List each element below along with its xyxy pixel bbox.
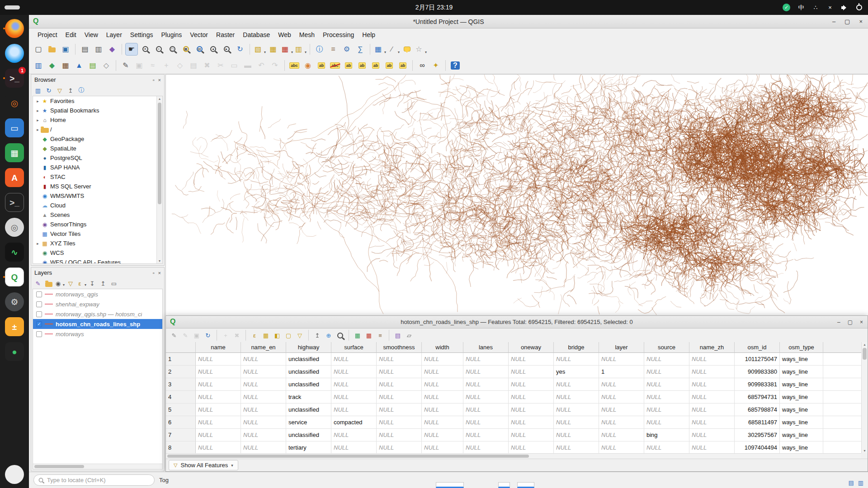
rotate-label-button[interactable]: ab	[383, 59, 396, 72]
cell-highway[interactable]: tertiary	[286, 441, 331, 453]
cell-name_en[interactable]: NULL	[241, 416, 286, 429]
collapse-all-button[interactable]: ↥	[66, 85, 75, 95]
attr-toggle-editing-button[interactable]: ✎	[169, 330, 179, 341]
locate-search-input[interactable]: Type to locate (Ctrl+K)	[33, 474, 155, 486]
cell-bridge[interactable]: NULL	[554, 391, 599, 404]
cell-osm_id[interactable]: 1097404494	[735, 441, 780, 453]
attribute-table-hscroll-thumb[interactable]	[167, 455, 529, 458]
attribute-table-hscrollbar[interactable]	[166, 453, 861, 459]
power-icon[interactable]	[855, 5, 863, 10]
cell-smoothness[interactable]: NULL	[377, 416, 422, 429]
cell-bridge[interactable]: yes	[554, 366, 599, 378]
dock-firefox-icon[interactable]	[4, 18, 25, 39]
row-number-cell[interactable]: 3	[166, 378, 196, 391]
map-tips-button[interactable]	[401, 43, 413, 56]
column-header-rownum[interactable]	[166, 342, 196, 353]
cell-name_en[interactable]: NULL	[241, 378, 286, 391]
dock-messaging-app-icon[interactable]	[4, 42, 25, 64]
save-project-button[interactable]: ▣	[59, 43, 72, 56]
cell-surface[interactable]: NULL	[331, 391, 377, 404]
scroll-up-icon[interactable]: ▴	[862, 343, 868, 347]
cell-width[interactable]: NULL	[422, 366, 463, 378]
cell-name_en[interactable]: NULL	[241, 441, 286, 453]
window-minimize-button[interactable]: –	[832, 18, 835, 25]
cell-width[interactable]: NULL	[422, 378, 463, 391]
datasource-manager-button[interactable]: ▥	[32, 59, 45, 72]
cell-oneway[interactable]: NULL	[509, 404, 554, 416]
float-browser-panel-button[interactable]: ▫	[153, 77, 155, 83]
cell-lanes[interactable]: NULL	[463, 353, 509, 366]
pan-map-button[interactable]: ☛	[125, 43, 138, 56]
table-row[interactable]: 1NULLNULLunclassifiedNULLNULLNULLNULLNUL…	[166, 353, 861, 366]
refresh-browser-button[interactable]: ↻	[44, 85, 54, 95]
quickmap-services-button[interactable]: ✦	[429, 59, 442, 72]
browser-item-spatialite[interactable]: ◆SpatiaLite	[33, 144, 162, 153]
select-features-button[interactable]: ▧	[253, 43, 266, 56]
menu-settings[interactable]: Settings	[126, 30, 157, 40]
cell-surface[interactable]: NULL	[331, 366, 377, 378]
cell-osm_id[interactable]: 1011275047	[735, 353, 780, 366]
attribute-table-vscrollbar[interactable]: ▴ ▾	[861, 342, 868, 453]
browser-item-home[interactable]: ▸⌂Home	[33, 115, 162, 125]
cell-oneway[interactable]: NULL	[509, 416, 554, 429]
cell-layer[interactable]: NULL	[599, 404, 644, 416]
row-number-cell[interactable]: 7	[166, 429, 196, 441]
cell-osm_id[interactable]: 685811497	[735, 416, 780, 429]
browser-item-ms-sql-server[interactable]: ▮MS SQL Server	[33, 182, 162, 191]
menu-plugins[interactable]: Plugins	[157, 30, 186, 40]
network-share-icon[interactable]: ∴	[812, 4, 819, 11]
cell-source[interactable]: NULL	[644, 441, 689, 453]
cell-width[interactable]: NULL	[422, 416, 463, 429]
cut-features-button[interactable]: ✂	[214, 59, 227, 72]
cell-osm_id[interactable]: 685794731	[735, 391, 780, 404]
table-row[interactable]: 2NULLNULLunclassifiedNULLNULLNULLNULLNUL…	[166, 366, 861, 378]
cell-bridge[interactable]: NULL	[554, 429, 599, 441]
table-row[interactable]: 4NULLNULLtrackNULLNULLNULLNULLNULLNULLNU…	[166, 391, 861, 404]
row-number-cell[interactable]: 8	[166, 441, 196, 453]
layer-item-motorways-qgis[interactable]: motorways_qgis	[33, 289, 162, 299]
column-header-name[interactable]: name	[196, 342, 241, 353]
column-header-name_en[interactable]: name_en	[241, 342, 286, 353]
statistical-summary-button[interactable]: ≡	[327, 43, 340, 56]
cell-smoothness[interactable]: NULL	[377, 404, 422, 416]
log-messages-icon[interactable]: ▤	[848, 479, 854, 486]
move-label-button[interactable]: ab	[369, 59, 382, 72]
updates-ready-icon[interactable]: ✓	[783, 4, 790, 11]
cell-oneway[interactable]: NULL	[509, 429, 554, 441]
dock-disc-app-icon[interactable]: ◎	[4, 92, 25, 114]
browser-item-postgresql[interactable]: ●PostgreSQL	[33, 153, 162, 163]
cell-name_zh[interactable]: NULL	[689, 429, 735, 441]
expand-icon[interactable]: ▸	[35, 99, 41, 103]
cell-smoothness[interactable]: NULL	[377, 429, 422, 441]
attr-reload-table-button[interactable]: ↻	[203, 330, 213, 341]
cell-highway[interactable]: unclassified	[286, 353, 331, 366]
zoom-last-button[interactable]: ◂	[207, 43, 219, 56]
cell-name[interactable]: NULL	[196, 378, 241, 391]
menu-processing[interactable]: Processing	[319, 30, 358, 40]
cell-name_zh[interactable]: NULL	[689, 353, 735, 366]
attr-filter-form-button[interactable]: ▽	[294, 330, 305, 341]
menu-raster[interactable]: Raster	[212, 30, 239, 40]
cell-layer[interactable]: NULL	[599, 378, 644, 391]
add-virtual-layer-button[interactable]: ◇	[100, 59, 113, 72]
row-number-cell[interactable]: 6	[166, 416, 196, 429]
new-project-button[interactable]: ▢	[32, 43, 45, 56]
browser-item-stac[interactable]: ◐STAC	[33, 172, 162, 182]
feature-filter-button[interactable]: ▽ Show All Features	[169, 460, 238, 470]
dock-plus-minus-app-icon[interactable]: ±	[4, 316, 25, 338]
cell-osm_type[interactable]: ways_line	[780, 366, 823, 378]
cell-bridge[interactable]: NULL	[554, 378, 599, 391]
browser-item-cloud[interactable]: ☁Cloud	[33, 201, 162, 210]
toggle-editing-button[interactable]: ✎	[119, 59, 132, 72]
new-bookmark-button[interactable]: ☆	[414, 43, 427, 56]
row-number-cell[interactable]: 4	[166, 391, 196, 404]
cell-width[interactable]: NULL	[422, 391, 463, 404]
cell-surface[interactable]: NULL	[331, 378, 377, 391]
attr-delete-selected-button[interactable]: ✖	[231, 330, 242, 341]
input-method-icon[interactable]: 中	[797, 4, 805, 12]
cell-osm_type[interactable]: ways_line	[780, 391, 823, 404]
measure-button[interactable]: ∕	[387, 43, 400, 56]
add-vector-layer-button[interactable]: ◆	[46, 59, 58, 72]
dock-grey-circle-app-icon[interactable]: ◎	[4, 216, 25, 238]
cell-source[interactable]: NULL	[644, 353, 689, 366]
